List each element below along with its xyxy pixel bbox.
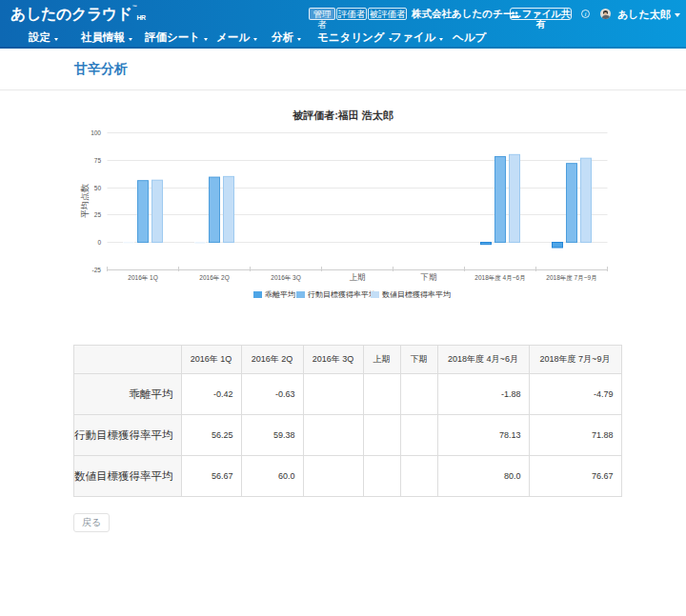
svg-text:75: 75 xyxy=(94,157,102,164)
svg-text:2016年 2Q: 2016年 2Q xyxy=(199,274,229,282)
svg-text:-25: -25 xyxy=(92,267,102,273)
svg-text:2016年 3Q: 2016年 3Q xyxy=(271,274,300,282)
svg-text:2016年 1Q: 2016年 1Q xyxy=(128,274,157,282)
svg-text:平均点数: 平均点数 xyxy=(80,184,90,218)
svg-text:行動目標獲得率平均: 行動目標獲得率平均 xyxy=(307,290,376,299)
svg-text:50: 50 xyxy=(94,185,102,191)
svg-text:上期: 上期 xyxy=(350,272,366,282)
svg-text:0: 0 xyxy=(97,239,101,246)
svg-text:下期: 下期 xyxy=(420,272,437,282)
svg-text:25: 25 xyxy=(94,211,102,218)
svg-text:乖離平均: 乖離平均 xyxy=(265,290,295,299)
svg-text:2018年度 7月~9月: 2018年度 7月~9月 xyxy=(546,274,596,282)
svg-text:2018年度 4月~6月: 2018年度 4月~6月 xyxy=(474,274,525,282)
svg-text:100: 100 xyxy=(91,129,101,136)
svg-text:被評価者:福田 浩太郎: 被評価者:福田 浩太郎 xyxy=(292,109,393,121)
svg-text:数値目標獲得率平均: 数値目標獲得率平均 xyxy=(382,290,451,299)
